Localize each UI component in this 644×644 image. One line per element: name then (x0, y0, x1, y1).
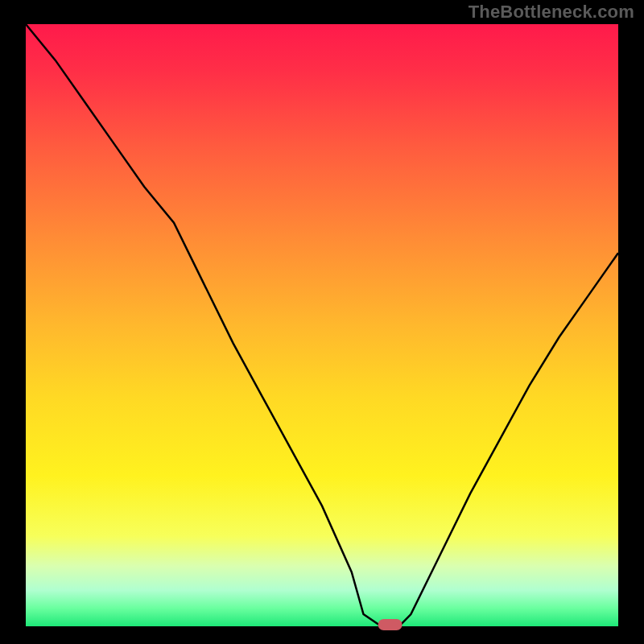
chart-frame: TheBottleneck.com (0, 0, 644, 644)
gradient-background (26, 24, 618, 626)
bottleneck-chart (0, 0, 644, 644)
optimum-marker (378, 619, 402, 630)
